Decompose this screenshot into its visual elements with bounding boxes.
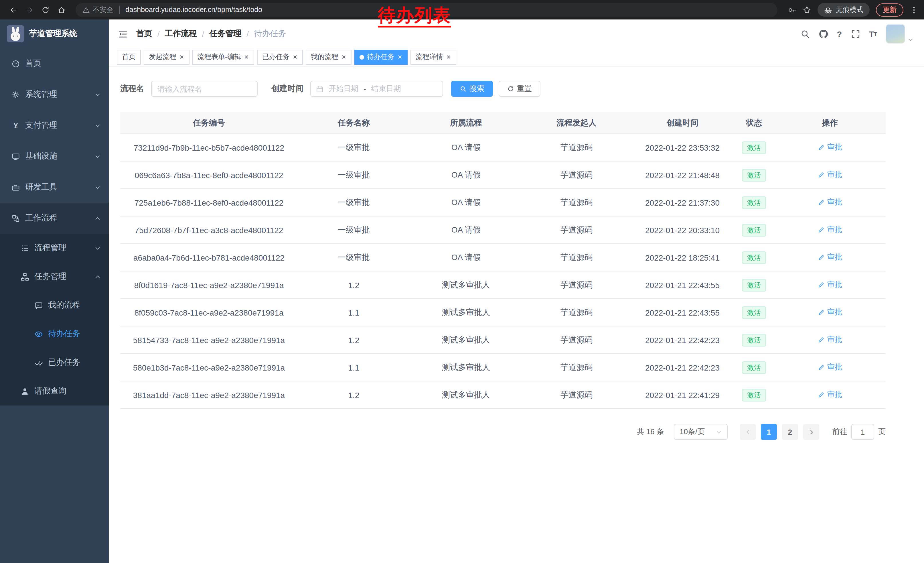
table-row: a6aba0a4-7b6d-11ec-b781-acde48001122 一级审… [120,244,886,271]
cell-action: 审批 [774,216,886,244]
close-icon[interactable] [341,54,346,60]
font-size-icon[interactable]: TT [869,29,877,39]
next-page-button[interactable] [803,424,819,440]
close-icon[interactable] [244,54,249,60]
tab-process-detail[interactable]: 流程详情 [411,50,456,65]
table-row: 069c6a63-7b8a-11ec-8ef0-acde48001122 一级审… [120,161,886,189]
approve-link[interactable]: 审批 [818,252,842,263]
prev-page-button[interactable] [740,424,756,440]
tab-start-process[interactable]: 发起流程 [144,50,189,65]
cell-task-name: 1.2 [298,326,410,354]
home-icon[interactable] [54,2,69,17]
page-content: 流程名 创建时间 开始日期 - 结束日期 搜索 重置 [109,67,924,563]
approve-link[interactable]: 审批 [818,307,842,318]
approve-link[interactable]: 审批 [818,280,842,290]
edit-icon [818,254,825,261]
page-button-1[interactable]: 1 [761,424,777,440]
forward-icon[interactable] [22,2,37,17]
column-process: 所属流程 [410,112,522,134]
sidebar-item-label: 请假查询 [34,386,101,396]
approve-link[interactable]: 审批 [818,142,842,153]
cell-process: OA 请假 [410,216,522,244]
approve-link[interactable]: 审批 [818,362,842,372]
dashboard-icon [12,59,20,68]
sidebar-item-dev-tools[interactable]: 研发工具 [0,172,109,203]
github-icon[interactable] [818,29,828,39]
approve-link[interactable]: 审批 [818,225,842,235]
table-row: 725a1eb6-7b88-11ec-8ef0-acde48001122 一级审… [120,189,886,216]
process-name-label: 流程名 [120,84,144,94]
column-status: 状态 [734,112,774,134]
tab-label: 流程详情 [416,52,443,62]
browser-menu-icon[interactable] [910,6,918,14]
bookmark-star-icon[interactable] [802,6,811,14]
page-size-select[interactable]: 10条/页 [674,424,728,440]
sidebar-item-infrastructure[interactable]: 基础设施 [0,141,109,172]
sidebar-item-done-tasks[interactable]: 已办任务 [0,348,109,377]
update-label: 更新 [883,5,897,15]
tab-home[interactable]: 首页 [117,50,141,65]
sidebar-item-label: 系统管理 [25,89,89,100]
search-button[interactable]: 搜索 [451,81,493,97]
tab-my-process[interactable]: 我的流程 [306,50,351,65]
tab-process-form-edit[interactable]: 流程表单-编辑 [192,50,254,65]
approve-label: 审批 [827,225,842,235]
close-icon[interactable] [292,54,298,60]
sidebar-item-leave-query[interactable]: 请假查询 [0,377,109,405]
breadcrumb-current: 待办任务 [254,29,286,39]
cell-starter: 芋道源码 [522,216,631,244]
sidebar-item-my-process[interactable]: 我的流程 [0,291,109,320]
help-icon[interactable]: ? [837,29,842,39]
collapse-sidebar-icon[interactable] [118,29,128,39]
update-button[interactable]: 更新 [876,3,903,17]
status-badge: 激活 [742,196,766,209]
chevron-down-icon [94,122,101,129]
incognito-badge[interactable]: 无痕模式 [818,3,870,17]
approve-link[interactable]: 审批 [818,197,842,208]
page-button-2[interactable]: 2 [782,424,798,440]
annotation-overlay: 待办列表 [378,6,451,27]
approve-link[interactable]: 审批 [818,390,842,400]
back-icon[interactable] [6,2,21,17]
reset-button[interactable]: 重置 [499,81,540,97]
incognito-icon [824,6,832,14]
approve-link[interactable]: 审批 [818,335,842,345]
goto-page-input[interactable] [851,424,874,440]
cell-status: 激活 [734,189,774,216]
approve-link[interactable]: 审批 [818,170,842,180]
sidebar-item-payment-mgmt[interactable]: ¥ 支付管理 [0,110,109,141]
incognito-label: 无痕模式 [836,5,863,15]
edit-icon [818,336,825,344]
breadcrumb-workflow[interactable]: 工作流程 [165,29,197,39]
close-icon[interactable] [179,54,184,60]
key-icon[interactable] [788,6,796,14]
breadcrumb-task-mgmt[interactable]: 任务管理 [210,29,242,39]
goto-suffix: 页 [878,427,886,437]
sidebar-item-system-mgmt[interactable]: 系统管理 [0,79,109,110]
close-icon[interactable] [446,54,451,60]
sidebar-item-process-mgmt[interactable]: 流程管理 [0,234,109,262]
sidebar-item-task-mgmt[interactable]: 任务管理 [0,262,109,291]
close-icon[interactable] [397,54,402,60]
cell-process: 测试多审批人 [410,326,522,354]
cell-task-id: 8f0d1619-7ac8-11ec-a9e2-a2380e71991a [120,271,298,299]
sidebar-item-workflow[interactable]: 工作流程 [0,203,109,234]
process-name-input[interactable] [151,81,258,97]
approve-label: 审批 [827,307,842,318]
tab-todo-tasks[interactable]: 待办任务 [354,50,408,65]
date-range-picker[interactable]: 开始日期 - 结束日期 [310,81,443,97]
fullscreen-icon[interactable] [850,29,860,39]
sidebar-item-todo-tasks[interactable]: 待办任务 [0,320,109,348]
cell-created: 2022-01-22 21:37:30 [631,189,734,216]
sidebar-item-home[interactable]: 首页 [0,48,109,79]
app-title: 芋道管理系统 [29,29,77,39]
breadcrumb-home[interactable]: 首页 [136,29,152,39]
search-icon[interactable] [800,29,810,39]
refresh-icon[interactable] [38,2,52,17]
user-avatar[interactable] [886,24,914,44]
tab-done-tasks[interactable]: 已办任务 [257,50,303,65]
calendar-icon [316,85,324,93]
sidebar-item-label: 首页 [25,59,101,69]
cell-created: 2022-01-21 22:42:23 [631,354,734,381]
cell-status: 激活 [734,381,774,408]
